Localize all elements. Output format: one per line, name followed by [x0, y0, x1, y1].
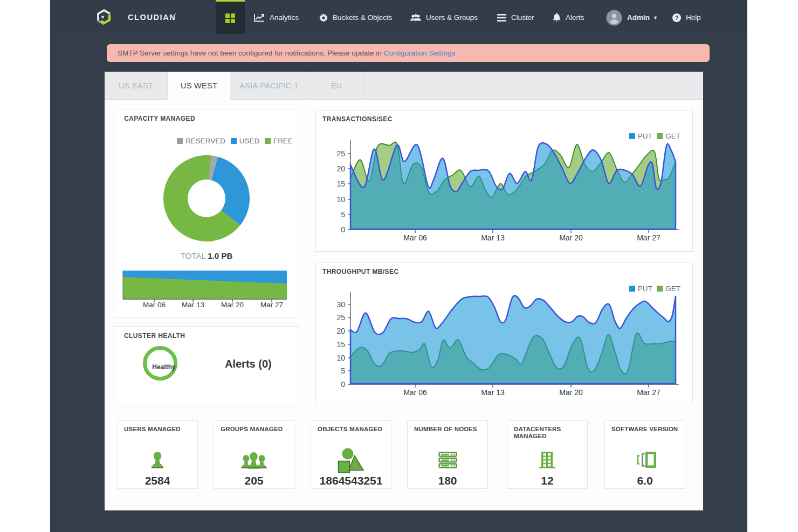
svg-text:30: 30: [336, 300, 345, 309]
svg-text:Mar 06: Mar 06: [403, 233, 427, 242]
svg-text:Mar 20: Mar 20: [221, 301, 244, 309]
svg-text:Mar 06: Mar 06: [403, 388, 427, 397]
svg-text:20: 20: [336, 164, 345, 173]
svg-text:Mar 06: Mar 06: [143, 301, 166, 309]
svg-text:?: ?: [675, 15, 679, 21]
svg-text:Mar 27: Mar 27: [637, 233, 661, 242]
svg-text:20: 20: [336, 327, 345, 335]
svg-text:25: 25: [336, 313, 345, 322]
svg-text:Mar 13: Mar 13: [481, 233, 505, 242]
svg-text:Mar 27: Mar 27: [260, 301, 283, 309]
svg-text:Mar 13: Mar 13: [182, 301, 204, 309]
svg-text:Mar 20: Mar 20: [559, 233, 583, 242]
svg-text:15: 15: [336, 179, 345, 188]
svg-text:Mar 20: Mar 20: [559, 388, 583, 397]
svg-text:10: 10: [336, 195, 345, 204]
svg-text:15: 15: [336, 340, 345, 349]
svg-text:5: 5: [341, 210, 345, 219]
svg-text:25: 25: [336, 149, 345, 158]
svg-text:10: 10: [336, 354, 345, 362]
svg-text:Mar 13: Mar 13: [481, 388, 505, 397]
svg-text:0: 0: [341, 225, 345, 234]
svg-text:5: 5: [341, 367, 345, 375]
svg-text:CLOUDIAN: CLOUDIAN: [128, 13, 176, 22]
svg-text:0: 0: [341, 380, 345, 389]
svg-text:Mar 27: Mar 27: [637, 388, 661, 397]
